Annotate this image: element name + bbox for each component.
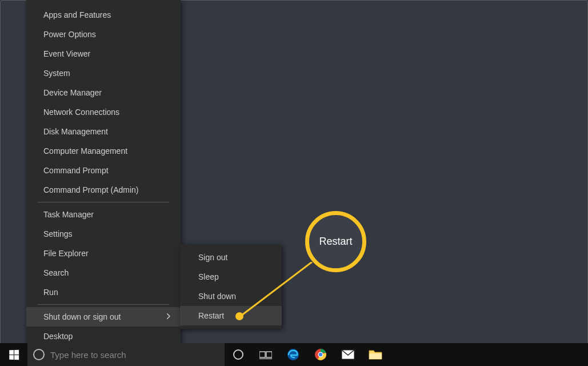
- folder-icon: [369, 349, 382, 360]
- svg-rect-10: [369, 353, 382, 359]
- search-placeholder: Type here to search: [50, 350, 126, 360]
- menu-separator: [38, 202, 169, 202]
- callout-line: [239, 262, 322, 319]
- menu-label: Shut down or sign out: [43, 312, 121, 321]
- menu-item-device-manager[interactable]: Device Manager: [26, 83, 181, 102]
- menu-item-apps-and-features[interactable]: Apps and Features: [26, 0, 181, 25]
- menu-item-search[interactable]: Search: [26, 263, 181, 283]
- mail-icon: [341, 349, 355, 360]
- menu-item-command-prompt[interactable]: Command Prompt: [26, 161, 181, 180]
- svg-point-8: [319, 353, 322, 356]
- menu-label: Sign out: [198, 253, 227, 262]
- chevron-right-icon: [167, 313, 170, 320]
- cortana-button[interactable]: [225, 343, 252, 366]
- callout-dot: [235, 312, 243, 320]
- menu-label: Sleep: [198, 272, 219, 281]
- taskbar-app-mail[interactable]: [334, 343, 362, 366]
- menu-item-command-prompt-admin[interactable]: Command Prompt (Admin): [26, 180, 181, 200]
- menu-label: Disk Management: [43, 127, 108, 136]
- callout-highlight-circle: Restart: [305, 211, 366, 272]
- search-icon: [33, 349, 45, 360]
- svg-rect-2: [259, 352, 265, 357]
- svg-point-1: [234, 350, 243, 359]
- taskbar-app-file-explorer[interactable]: [362, 343, 389, 366]
- menu-label: Settings: [43, 229, 73, 238]
- menu-label: System: [43, 69, 70, 78]
- windows-logo-icon: [9, 349, 19, 359]
- menu-item-shutdown-or-signout[interactable]: Shut down or sign out: [26, 307, 181, 327]
- menu-item-file-explorer[interactable]: File Explorer: [26, 244, 181, 263]
- menu-label: Network Connections: [43, 108, 119, 117]
- start-button[interactable]: [0, 343, 27, 366]
- menu-item-computer-management[interactable]: Computer Management: [26, 141, 181, 161]
- menu-item-settings[interactable]: Settings: [26, 224, 181, 244]
- cortana-icon: [233, 349, 244, 360]
- taskbar: Type here to search: [0, 343, 588, 366]
- menu-item-network-connections[interactable]: Network Connections: [26, 102, 181, 122]
- menu-label: Restart: [198, 311, 224, 320]
- menu-label: Task Manager: [43, 210, 94, 219]
- chrome-icon: [314, 348, 327, 361]
- menu-label: Computer Management: [43, 146, 127, 156]
- svg-line-0: [239, 262, 312, 317]
- menu-item-event-viewer[interactable]: Event Viewer: [26, 44, 181, 63]
- menu-label: File Explorer: [43, 249, 89, 258]
- menu-label: Power Options: [43, 30, 96, 39]
- menu-label: Shut down: [198, 292, 236, 301]
- taskbar-app-chrome[interactable]: [307, 343, 334, 366]
- menu-item-disk-management[interactable]: Disk Management: [26, 122, 181, 141]
- svg-rect-3: [266, 352, 272, 357]
- menu-label: Device Manager: [43, 88, 102, 97]
- menu-item-system[interactable]: System: [26, 63, 181, 83]
- menu-label: Command Prompt: [43, 166, 109, 175]
- menu-label: Desktop: [43, 332, 73, 341]
- menu-item-run[interactable]: Run: [26, 283, 181, 302]
- winx-quick-menu: Apps and Features Power Options Event Vi…: [26, 0, 181, 352]
- menu-label: Apps and Features: [43, 10, 111, 19]
- menu-item-power-options[interactable]: Power Options: [26, 25, 181, 44]
- menu-label: Search: [43, 268, 69, 277]
- menu-label: Run: [43, 288, 58, 297]
- callout-label: Restart: [319, 236, 352, 248]
- task-view-icon: [259, 350, 272, 359]
- menu-label: Event Viewer: [43, 49, 90, 58]
- menu-separator: [38, 304, 169, 305]
- taskbar-app-edge[interactable]: [279, 343, 307, 366]
- taskbar-search-box[interactable]: Type here to search: [27, 343, 225, 366]
- task-view-button[interactable]: [252, 343, 279, 366]
- menu-label: Command Prompt (Admin): [43, 185, 139, 194]
- edge-icon: [286, 348, 300, 361]
- menu-item-task-manager[interactable]: Task Manager: [26, 205, 181, 224]
